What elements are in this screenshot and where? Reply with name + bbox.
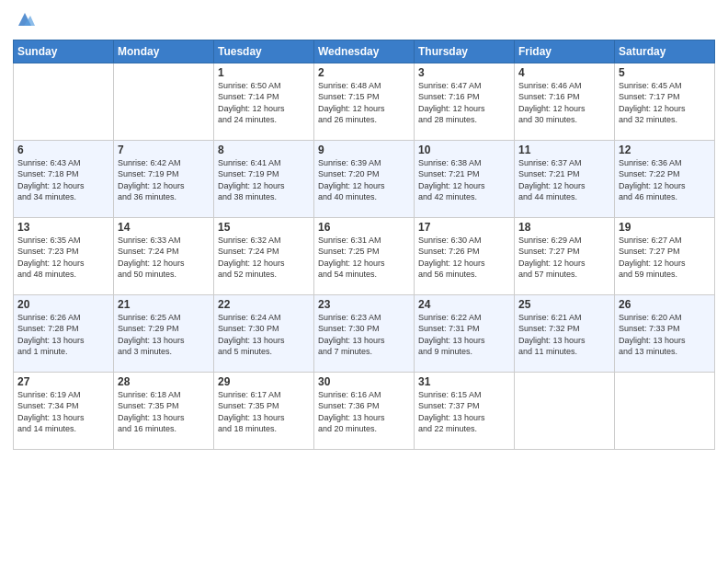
- day-number: 26: [619, 298, 711, 311]
- day-info: Sunrise: 6:24 AM Sunset: 7:30 PM Dayligh…: [218, 312, 310, 358]
- day-info: Sunrise: 6:22 AM Sunset: 7:31 PM Dayligh…: [418, 312, 510, 358]
- day-cell: 3Sunrise: 6:47 AM Sunset: 7:16 PM Daylig…: [415, 63, 515, 140]
- weekday-header-tuesday: Tuesday: [214, 40, 314, 63]
- day-number: 5: [619, 66, 711, 79]
- weekday-header-wednesday: Wednesday: [314, 40, 415, 63]
- day-number: 9: [318, 144, 410, 156]
- day-info: Sunrise: 6:27 AM Sunset: 7:27 PM Dayligh…: [619, 235, 711, 281]
- calendar-table: SundayMondayTuesdayWednesdayThursdayFrid…: [13, 40, 715, 450]
- day-info: Sunrise: 6:19 AM Sunset: 7:34 PM Dayligh…: [17, 389, 109, 435]
- day-cell: 2Sunrise: 6:48 AM Sunset: 7:15 PM Daylig…: [314, 63, 415, 140]
- day-cell: 27Sunrise: 6:19 AM Sunset: 7:34 PM Dayli…: [14, 372, 114, 449]
- day-info: Sunrise: 6:17 AM Sunset: 7:35 PM Dayligh…: [218, 389, 310, 435]
- day-cell: 28Sunrise: 6:18 AM Sunset: 7:35 PM Dayli…: [114, 372, 214, 449]
- day-cell: 19Sunrise: 6:27 AM Sunset: 7:27 PM Dayli…: [615, 217, 715, 294]
- day-number: 25: [518, 298, 610, 311]
- day-number: 24: [418, 298, 510, 311]
- day-info: Sunrise: 6:26 AM Sunset: 7:28 PM Dayligh…: [17, 312, 109, 358]
- day-cell: 7Sunrise: 6:42 AM Sunset: 7:19 PM Daylig…: [114, 140, 214, 217]
- day-info: Sunrise: 6:42 AM Sunset: 7:19 PM Dayligh…: [118, 157, 210, 203]
- logo-general: [13, 13, 35, 34]
- day-cell: 13Sunrise: 6:35 AM Sunset: 7:23 PM Dayli…: [14, 217, 114, 294]
- day-number: 23: [318, 298, 410, 311]
- day-info: Sunrise: 6:39 AM Sunset: 7:20 PM Dayligh…: [318, 157, 410, 203]
- day-number: 7: [118, 144, 210, 156]
- day-cell: 21Sunrise: 6:25 AM Sunset: 7:29 PM Dayli…: [114, 294, 214, 372]
- day-info: Sunrise: 6:23 AM Sunset: 7:30 PM Dayligh…: [318, 312, 410, 358]
- weekday-header-saturday: Saturday: [615, 40, 715, 63]
- day-cell: [515, 372, 615, 449]
- day-number: 19: [619, 221, 711, 234]
- week-row-2: 6Sunrise: 6:43 AM Sunset: 7:18 PM Daylig…: [14, 140, 715, 217]
- logo-icon: [15, 9, 35, 29]
- week-row-4: 20Sunrise: 6:26 AM Sunset: 7:28 PM Dayli…: [14, 294, 715, 372]
- day-number: 3: [418, 66, 510, 79]
- week-row-3: 13Sunrise: 6:35 AM Sunset: 7:23 PM Dayli…: [14, 217, 715, 294]
- day-info: Sunrise: 6:46 AM Sunset: 7:16 PM Dayligh…: [518, 80, 610, 126]
- day-cell: [14, 63, 114, 140]
- day-number: 31: [418, 375, 510, 388]
- day-cell: 9Sunrise: 6:39 AM Sunset: 7:20 PM Daylig…: [314, 140, 415, 217]
- day-info: Sunrise: 6:32 AM Sunset: 7:24 PM Dayligh…: [218, 235, 310, 281]
- day-cell: 24Sunrise: 6:22 AM Sunset: 7:31 PM Dayli…: [415, 294, 515, 372]
- day-number: 15: [218, 221, 310, 234]
- day-number: 4: [518, 66, 610, 79]
- day-cell: 22Sunrise: 6:24 AM Sunset: 7:30 PM Dayli…: [214, 294, 314, 372]
- day-number: 21: [118, 298, 210, 311]
- day-number: 10: [418, 144, 510, 156]
- day-info: Sunrise: 6:43 AM Sunset: 7:18 PM Dayligh…: [17, 157, 109, 203]
- day-number: 27: [17, 375, 109, 388]
- day-info: Sunrise: 6:30 AM Sunset: 7:26 PM Dayligh…: [418, 235, 510, 281]
- day-info: Sunrise: 6:48 AM Sunset: 7:15 PM Dayligh…: [318, 80, 410, 126]
- day-cell: 31Sunrise: 6:15 AM Sunset: 7:37 PM Dayli…: [415, 372, 515, 449]
- day-number: 6: [17, 144, 109, 156]
- weekday-header-monday: Monday: [114, 40, 214, 63]
- day-cell: 23Sunrise: 6:23 AM Sunset: 7:30 PM Dayli…: [314, 294, 415, 372]
- logo-text: [13, 13, 35, 34]
- day-info: Sunrise: 6:47 AM Sunset: 7:16 PM Dayligh…: [418, 80, 510, 126]
- day-cell: 6Sunrise: 6:43 AM Sunset: 7:18 PM Daylig…: [14, 140, 114, 217]
- day-info: Sunrise: 6:36 AM Sunset: 7:22 PM Dayligh…: [619, 157, 711, 203]
- day-info: Sunrise: 6:16 AM Sunset: 7:36 PM Dayligh…: [318, 389, 410, 435]
- day-cell: 10Sunrise: 6:38 AM Sunset: 7:21 PM Dayli…: [415, 140, 515, 217]
- day-cell: 8Sunrise: 6:41 AM Sunset: 7:19 PM Daylig…: [214, 140, 314, 217]
- day-info: Sunrise: 6:25 AM Sunset: 7:29 PM Dayligh…: [118, 312, 210, 358]
- day-cell: 29Sunrise: 6:17 AM Sunset: 7:35 PM Dayli…: [214, 372, 314, 449]
- day-number: 13: [17, 221, 109, 234]
- day-number: 12: [619, 144, 711, 156]
- day-number: 28: [118, 375, 210, 388]
- day-number: 18: [518, 221, 610, 234]
- day-cell: 26Sunrise: 6:20 AM Sunset: 7:33 PM Dayli…: [615, 294, 715, 372]
- day-cell: [615, 372, 715, 449]
- day-cell: 25Sunrise: 6:21 AM Sunset: 7:32 PM Dayli…: [515, 294, 615, 372]
- header-row: [13, 9, 715, 34]
- day-cell: 20Sunrise: 6:26 AM Sunset: 7:28 PM Dayli…: [14, 294, 114, 372]
- day-number: 8: [218, 144, 310, 156]
- day-cell: 15Sunrise: 6:32 AM Sunset: 7:24 PM Dayli…: [214, 217, 314, 294]
- calendar-page: SundayMondayTuesdayWednesdayThursdayFrid…: [0, 0, 728, 563]
- day-number: 11: [518, 144, 610, 156]
- day-cell: 4Sunrise: 6:46 AM Sunset: 7:16 PM Daylig…: [515, 63, 615, 140]
- weekday-header-friday: Friday: [515, 40, 615, 63]
- day-info: Sunrise: 6:31 AM Sunset: 7:25 PM Dayligh…: [318, 235, 410, 281]
- weekday-header-row: SundayMondayTuesdayWednesdayThursdayFrid…: [14, 40, 715, 63]
- day-number: 2: [318, 66, 410, 79]
- day-number: 1: [218, 66, 310, 79]
- week-row-1: 1Sunrise: 6:50 AM Sunset: 7:14 PM Daylig…: [14, 63, 715, 140]
- day-cell: 30Sunrise: 6:16 AM Sunset: 7:36 PM Dayli…: [314, 372, 415, 449]
- day-info: Sunrise: 6:41 AM Sunset: 7:19 PM Dayligh…: [218, 157, 310, 203]
- day-number: 17: [418, 221, 510, 234]
- day-info: Sunrise: 6:38 AM Sunset: 7:21 PM Dayligh…: [418, 157, 510, 203]
- day-cell: 12Sunrise: 6:36 AM Sunset: 7:22 PM Dayli…: [615, 140, 715, 217]
- day-cell: [114, 63, 214, 140]
- day-number: 20: [17, 298, 109, 311]
- day-number: 22: [218, 298, 310, 311]
- day-info: Sunrise: 6:29 AM Sunset: 7:27 PM Dayligh…: [518, 235, 610, 281]
- day-info: Sunrise: 6:21 AM Sunset: 7:32 PM Dayligh…: [518, 312, 610, 358]
- day-cell: 14Sunrise: 6:33 AM Sunset: 7:24 PM Dayli…: [114, 217, 214, 294]
- day-info: Sunrise: 6:37 AM Sunset: 7:21 PM Dayligh…: [518, 157, 610, 203]
- day-cell: 18Sunrise: 6:29 AM Sunset: 7:27 PM Dayli…: [515, 217, 615, 294]
- weekday-header-thursday: Thursday: [415, 40, 515, 63]
- day-number: 14: [118, 221, 210, 234]
- weekday-header-sunday: Sunday: [14, 40, 114, 63]
